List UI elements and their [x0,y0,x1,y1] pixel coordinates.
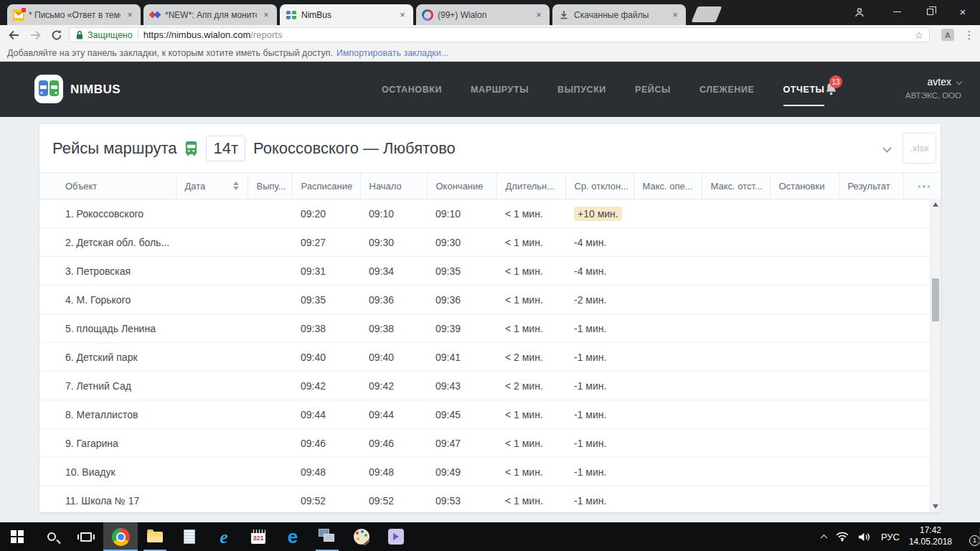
cell-end: 09:36 [427,286,496,314]
column-header-2[interactable]: Выпу... [248,173,292,199]
secure-label: Защищено [88,30,133,40]
nav-rides[interactable]: ВЫПУСКИ [557,62,606,117]
taskbar-explorer[interactable] [138,522,172,551]
minimize-button[interactable] [881,0,913,24]
table-row[interactable]: 5. площадь Ленина09:3809:3809:39< 1 мин.… [39,314,941,343]
wifi-icon[interactable] [836,532,849,542]
profile-icon[interactable] [844,0,875,24]
table-row[interactable]: 8. Металлистов09:4409:4409:45< 1 мин.-1 … [39,400,941,429]
nav-reports[interactable]: ОТЧЕТЫ [783,62,825,117]
scroll-down-icon[interactable] [933,504,938,509]
cell-date [176,286,248,314]
column-header-0[interactable]: Объект [39,173,176,199]
column-header-6[interactable]: Длительн... [496,173,565,199]
column-header-9[interactable]: Макс. отст... [702,173,770,199]
tab-nimbus[interactable]: NimBus × [280,4,413,25]
table-row[interactable]: 7. Летний Сад09:4209:4209:43< 2 мин.-1 м… [39,372,941,400]
cell-stops [770,486,839,513]
tab-downloads[interactable]: Скачанные файлы × [552,4,686,25]
cell-release [248,199,292,228]
cell-max-lead [633,372,702,400]
close-window-button[interactable]: × [947,0,979,24]
taskbar-notepad[interactable] [172,522,207,551]
taskbar-search-button[interactable] [34,522,69,551]
table-row[interactable]: 3. Петровская09:3109:3409:35< 1 мин.-4 м… [39,257,941,286]
cell-duration: < 2 мин. [496,343,565,372]
restore-button[interactable] [914,0,946,24]
cell-max-lead [633,257,702,286]
column-label: Окончание [436,181,484,192]
cell-end: 09:47 [427,429,496,458]
refresh-button[interactable] [49,28,65,42]
export-xlsx-button[interactable]: .xlsx [903,133,936,164]
start-button[interactable] [0,522,34,551]
tab-wialon[interactable]: (99+) Wialon × [416,4,550,25]
back-button[interactable] [6,28,22,42]
notifications-button[interactable]: 13 [825,82,837,98]
nav-tracking[interactable]: СЛЕЖЕНИЕ [699,62,755,117]
folder-icon [147,532,163,542]
new-tab-button[interactable] [692,6,722,22]
table-row[interactable]: 11. Школа № 1709:5209:5209:53< 1 мин.-1 … [39,486,941,513]
nav-trips[interactable]: РЕЙСЫ [635,62,671,117]
column-header-10[interactable]: Остановки [770,173,839,199]
taskbar-media-player[interactable] [379,522,413,551]
brand-name[interactable]: NIMBUS [70,62,121,117]
language-indicator[interactable]: РУС [881,532,900,542]
column-header-7[interactable]: Ср. отклон... [565,173,633,199]
scrollbar-thumb[interactable] [932,278,939,321]
table-row[interactable]: 4. М. Горького09:3509:3609:36< 1 мин.-2 … [39,286,941,314]
secure-indicator[interactable]: Защищено [75,30,133,40]
close-icon[interactable]: × [397,9,407,20]
table-row[interactable]: 2. Детская обл. боль...09:2709:3009:30< … [39,228,941,257]
tab-monitoring-app[interactable]: *NEW*: Апп для монитор × [143,4,277,25]
import-bookmarks-link[interactable]: Импортировать закладки... [336,48,448,58]
taskbar-media-player-classic[interactable]: 321 [241,522,275,551]
volume-icon[interactable] [858,532,872,542]
tray-expand-icon[interactable] [820,534,827,541]
taskbar-paint[interactable] [344,522,379,551]
table-row[interactable]: 10. Виадук09:4809:4809:49< 1 мин.-1 мин. [39,458,941,486]
address-bar[interactable]: Защищено https://nimbus.wialon.com/repor… [69,27,930,42]
column-header-3[interactable]: Расписание [292,173,360,199]
column-header-8[interactable]: Макс. опе... [633,173,702,199]
nimbus-logo[interactable] [34,75,63,103]
close-icon[interactable]: × [125,9,135,20]
taskbar-chrome[interactable] [103,522,138,551]
close-icon[interactable]: × [261,9,271,20]
notepad-icon [184,529,195,544]
cell-result [839,429,903,458]
sort-icon[interactable] [233,182,239,190]
close-icon[interactable]: × [534,9,544,20]
collapse-chevron-icon[interactable] [882,143,892,153]
table-row[interactable]: 1. Рокоссовского09:2009:1009:10< 1 мин.+… [39,199,941,228]
task-view-button[interactable] [69,522,103,551]
clock[interactable]: 17:42 14.05.2018 [909,525,952,547]
cell-max-lag [702,199,770,228]
nav-stops[interactable]: ОСТАНОВКИ [382,62,442,117]
taskbar-remote-desktop[interactable] [310,522,344,551]
tab-mail[interactable]: * Письмо «Ответ в теме: × [7,4,141,25]
column-header-4[interactable]: Начало [360,173,427,199]
table-row[interactable]: 9. Гагарина09:4609:4609:47< 1 мин.-1 мин… [39,429,941,458]
browser-menu-icon[interactable]: ⋮ [963,27,976,42]
table-scrollbar[interactable] [930,199,941,512]
bookmark-star-icon[interactable]: ☆ [914,29,923,41]
user-menu[interactable]: avtex АВТЭКС, ООО [905,75,961,100]
scroll-up-icon[interactable] [933,202,938,207]
action-center-button[interactable]: 1 [961,531,976,543]
column-label: Объект [65,181,97,192]
cell-max-lag [702,372,770,400]
taskbar-ie[interactable]: e [207,522,241,551]
column-header-1[interactable]: Дата [176,173,248,199]
column-header-11[interactable]: Результат [839,173,903,199]
forward-button[interactable] [27,28,43,42]
column-header-5[interactable]: Окончание [427,173,496,199]
trips-table: ОбъектДатаВыпу...РасписаниеНачалоОкончан… [39,172,941,512]
table-row[interactable]: 6. Детский парк09:4009:4009:41< 2 мин.-1… [39,343,941,372]
close-icon[interactable]: × [670,9,680,20]
nav-routes[interactable]: МАРШРУТЫ [471,62,529,117]
more-columns-button[interactable] [903,173,941,199]
extension-icon[interactable]: A [941,29,954,41]
taskbar-edge[interactable]: e [275,522,310,551]
